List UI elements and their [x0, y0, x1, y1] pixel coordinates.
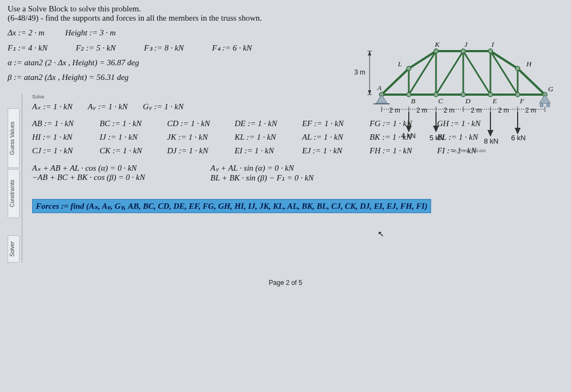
- node-h: H: [526, 60, 531, 69]
- dim-w2: 2 m: [416, 107, 427, 114]
- node-b: B: [411, 97, 415, 105]
- cursor-icon: ↖: [378, 229, 384, 239]
- svg-line-16: [409, 51, 436, 95]
- def-f2: F₂ := 5 · kN: [76, 43, 115, 53]
- m-ei: EI := 1 · kN: [235, 146, 287, 155]
- m-kl: KL := 1 · kN: [235, 133, 287, 142]
- svg-marker-50: [488, 130, 493, 135]
- def-f3: F₃ := 8 · kN: [144, 43, 183, 53]
- node-e: E: [493, 97, 497, 105]
- eq-c2b: BL + BK · sin (β) − F₁ = 0 · kN: [211, 173, 314, 183]
- m-dj: DJ := 1 · kN: [167, 146, 219, 155]
- solver-row: Forces := find (Aₓ, Aᵧ, Gᵧ, AB, BC, CD, …: [32, 199, 563, 213]
- node-i: I: [492, 40, 494, 49]
- dim-w1: 2 m: [389, 107, 400, 114]
- svg-line-17: [436, 51, 463, 95]
- guess-ax: Aₓ := 1 · kN: [32, 102, 72, 111]
- node-j: J: [464, 40, 468, 49]
- svg-marker-52: [515, 128, 520, 133]
- def-dx: Δx := 2 · m: [8, 28, 45, 38]
- svg-point-30: [488, 49, 493, 53]
- truss-svg: [343, 30, 561, 161]
- m-de: DE := 1 · kN: [235, 119, 287, 128]
- svg-line-19: [490, 51, 518, 95]
- svg-marker-33: [539, 95, 550, 103]
- svg-point-25: [515, 92, 520, 97]
- tab-constraints[interactable]: Constraints: [8, 169, 20, 218]
- tab-solver[interactable]: Solver: [8, 235, 20, 263]
- node-l: L: [398, 60, 402, 69]
- svg-marker-4: [368, 90, 371, 95]
- svg-point-24: [488, 92, 493, 97]
- dim-w5: 2 m: [498, 107, 509, 114]
- dim-w6: 2 m: [525, 107, 536, 114]
- node-f: F: [520, 97, 524, 105]
- eq-c1b: −AB + BC + BK · cos (β) = 0 · kN: [32, 173, 145, 182]
- svg-line-6: [382, 69, 409, 95]
- forces-find[interactable]: Forces := find (Aₓ, Aᵧ, Gᵧ, AB, BC, CD, …: [32, 199, 431, 213]
- constraints-block: Aₓ + AB + AL · cos (α) = 0 · kN −AB + BC…: [32, 163, 563, 183]
- load-b: 4 kN: [401, 132, 416, 140]
- svg-marker-3: [368, 51, 371, 55]
- svg-line-7: [409, 51, 436, 69]
- svg-point-35: [547, 104, 550, 107]
- node-g: G: [548, 85, 553, 94]
- page-footer: Page 2 of 5: [8, 279, 563, 287]
- m-ab: AB := 1 · kN: [32, 119, 84, 128]
- guess-gy: Gᵧ := 1 · kN: [143, 102, 183, 111]
- node-d: D: [465, 97, 470, 105]
- svg-point-34: [540, 104, 543, 107]
- svg-line-18: [463, 51, 490, 95]
- svg-point-27: [407, 66, 411, 71]
- truss-figure: 3 m A B C D E F G H I J K L 2 m 2 m 2 m …: [343, 30, 561, 161]
- node-a: A: [377, 84, 382, 92]
- svg-point-21: [407, 92, 411, 97]
- tab-guess-values[interactable]: Guess Values: [8, 108, 20, 168]
- constraints-col-2: Aᵧ + AL · sin (α) = 0 · kN BL + BK · sin…: [211, 163, 314, 183]
- svg-point-29: [461, 49, 465, 53]
- svg-marker-48: [434, 126, 438, 131]
- load-c: 5 kN: [429, 134, 444, 142]
- guess-ay: Aᵧ := 1 · kN: [88, 102, 127, 111]
- figure-ref: 06_PROB_048-049: [452, 149, 486, 153]
- svg-point-23: [461, 92, 465, 97]
- load-f: 6 kN: [511, 134, 526, 142]
- problem-title: Use a Solve Block to solve this problem.: [8, 4, 563, 14]
- node-k: K: [435, 40, 440, 49]
- m-bc: BC := 1 · kN: [100, 119, 152, 128]
- constraints-col-1: Aₓ + AB + AL · cos (α) = 0 · kN −AB + BC…: [32, 163, 145, 183]
- load-e: 8 kN: [484, 137, 499, 145]
- svg-line-10: [518, 69, 545, 95]
- solve-block-tabs: Guess Values Constraints Solver: [8, 94, 20, 263]
- m-cd: CD := 1 · kN: [167, 119, 219, 128]
- m-ij: IJ := 1 · kN: [100, 133, 152, 142]
- problem-header: Use a Solve Block to solve this problem.…: [8, 4, 563, 23]
- svg-point-31: [515, 66, 520, 71]
- def-height: Height := 3 · m: [65, 28, 116, 38]
- node-c: C: [438, 97, 443, 105]
- eq-c2a: Aᵧ + AL · sin (α) = 0 · kN: [211, 163, 314, 173]
- m-cj: CJ := 1 · kN: [32, 146, 84, 155]
- svg-point-22: [434, 92, 438, 97]
- def-f1: F₁ := 4 · kN: [8, 43, 47, 53]
- eq-c1a: Aₓ + AB + AL · cos (α) = 0 · kN: [32, 163, 145, 173]
- svg-line-9: [490, 51, 518, 69]
- dim-w3: 2 m: [444, 107, 455, 114]
- dim-w4: 2 m: [471, 107, 482, 114]
- m-ck: CK := 1 · kN: [100, 146, 152, 155]
- problem-description: (6-48/49) - find the supports and forces…: [8, 14, 563, 23]
- m-hi: HI := 1 · kN: [32, 133, 84, 142]
- def-f4: F₄ := 6 · kN: [212, 43, 252, 53]
- svg-marker-46: [407, 126, 411, 131]
- dim-height: 3 m: [354, 69, 365, 76]
- m-jk: JK := 1 · kN: [167, 133, 219, 142]
- svg-marker-32: [376, 95, 387, 103]
- svg-point-28: [434, 49, 438, 53]
